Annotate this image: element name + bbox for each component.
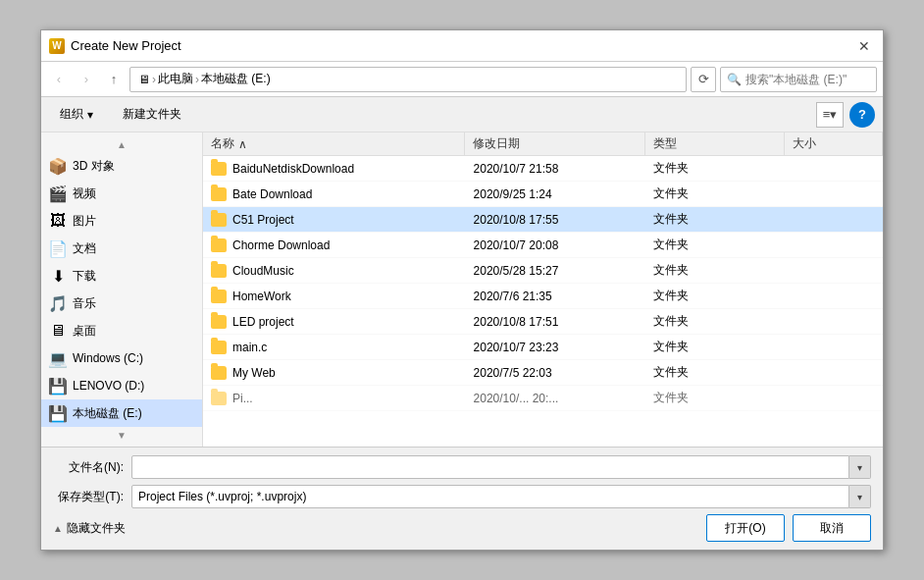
table-row[interactable]: main.c 2020/10/7 23:23 文件夹: [203, 335, 883, 360]
sidebar-item-downloads[interactable]: ⬇ 下载: [41, 262, 202, 290]
sidebar-scroll-down[interactable]: ▼: [41, 427, 202, 443]
sidebar-label-video: 视频: [73, 185, 96, 202]
table-row[interactable]: LED project 2020/10/8 17:51 文件夹: [203, 309, 883, 335]
view-arrow-icon: ▾: [830, 107, 837, 122]
close-button[interactable]: ✕: [853, 35, 875, 57]
col-header-date[interactable]: 修改日期: [465, 132, 645, 155]
table-row[interactable]: Chorme Download 2020/10/7 20:08 文件夹: [203, 233, 883, 258]
folder-icon: [211, 341, 227, 354]
c-drive-icon: 💻: [49, 349, 67, 367]
table-row[interactable]: Pi... 2020/10/... 20:... 文件夹: [203, 386, 883, 411]
sidebar-label-3d: 3D 对象: [73, 158, 115, 175]
footer: 文件名(N): ▾ 保存类型(T): Project Files (*.uvpr…: [41, 448, 883, 550]
triangle-icon: ▲: [53, 523, 63, 534]
sidebar-item-d-drive[interactable]: 💾 LENOVO (D:): [41, 372, 202, 399]
address-pc-icon: 🖥: [138, 73, 150, 86]
sidebar-label-documents: 文档: [73, 240, 96, 257]
hide-folder-toggle[interactable]: ▲ 隐藏文件夹: [53, 520, 126, 537]
sort-arrow-icon: ∧: [238, 137, 247, 151]
sidebar-label-music: 音乐: [73, 295, 96, 312]
open-button[interactable]: 打开(O): [706, 514, 785, 542]
button-row: ▲ 隐藏文件夹 打开(O) 取消: [53, 514, 871, 542]
address-bar: ‹ › ↑ 🖥 › 此电脑 › 本地磁盘 (E:) ⟳ 🔍: [41, 62, 883, 97]
file-type: 文件夹: [645, 390, 785, 406]
file-date: 2020/7/6 21:35: [466, 290, 646, 303]
table-row[interactable]: My Web 2020/7/5 22:03 文件夹: [203, 360, 883, 386]
up-button[interactable]: ↑: [102, 68, 126, 91]
sidebar-item-desktop[interactable]: 🖥 桌面: [41, 317, 202, 344]
table-row[interactable]: Bate Download 2020/9/25 1:24 文件夹: [203, 182, 883, 207]
sidebar-label-e: 本地磁盘 (E:): [73, 405, 142, 422]
new-folder-button[interactable]: 新建文件夹: [112, 102, 192, 128]
sidebar-item-video[interactable]: 🎬 视频: [41, 180, 202, 207]
col-header-type[interactable]: 类型: [645, 132, 785, 155]
file-date: 2020/5/28 15:27: [466, 264, 646, 278]
sidebar-label-c: Windows (C:): [73, 351, 143, 365]
title-bar: W Create New Project ✕: [41, 30, 883, 62]
file-date: 2020/7/5 22:03: [466, 366, 646, 380]
folder-icon: [211, 315, 227, 329]
file-type: 文件夹: [645, 185, 785, 202]
e-drive-icon: 💾: [49, 404, 67, 422]
search-icon: 🔍: [727, 73, 742, 86]
d-drive-icon: 💾: [49, 377, 67, 395]
sidebar-item-3d[interactable]: 📦 3D 对象: [41, 152, 202, 180]
main-content: ▲ 📦 3D 对象 🎬 视频 🖼 图片 📄 文档 ⬇ 下载 �: [41, 132, 883, 448]
action-buttons: 打开(O) 取消: [706, 514, 871, 542]
3d-icon: 📦: [49, 157, 67, 175]
toolbar: 组织 ▾ 新建文件夹 ≡ ▾ ?: [41, 97, 883, 132]
music-icon: 🎵: [49, 294, 67, 312]
table-row[interactable]: BaiduNetdiskDownload 2020/10/7 21:58 文件夹: [203, 156, 883, 182]
filetype-dropdown-button[interactable]: ▾: [849, 485, 871, 508]
refresh-button[interactable]: ⟳: [691, 67, 716, 92]
address-part-1: 此电脑: [158, 71, 193, 87]
documents-icon: 📄: [49, 239, 67, 257]
filename-input[interactable]: [131, 455, 849, 479]
file-type: 文件夹: [645, 313, 785, 330]
col-header-name[interactable]: 名称 ∧: [203, 132, 465, 155]
file-name: My Web: [232, 366, 276, 380]
cancel-button[interactable]: 取消: [793, 514, 871, 542]
file-list-header: 名称 ∧ 修改日期 类型 大小: [203, 132, 883, 156]
address-path[interactable]: 🖥 › 此电脑 › 本地磁盘 (E:): [129, 67, 687, 92]
file-date: 2020/10/7 23:23: [466, 341, 646, 354]
file-date: 2020/9/25 1:24: [466, 187, 646, 201]
col-header-size[interactable]: 大小: [785, 132, 883, 155]
search-box: 🔍: [720, 67, 877, 92]
filetype-row: 保存类型(T): Project Files (*.uvproj; *.uvpr…: [53, 485, 871, 508]
file-type: 文件夹: [645, 160, 785, 177]
file-date: 2020/10/7 21:58: [466, 162, 646, 176]
file-type: 文件夹: [645, 211, 785, 228]
sidebar-item-music[interactable]: 🎵 音乐: [41, 290, 202, 317]
video-icon: 🎬: [49, 185, 67, 202]
hide-folder-label: 隐藏文件夹: [67, 520, 126, 537]
forward-button[interactable]: ›: [75, 68, 98, 91]
sidebar-item-pictures[interactable]: 🖼 图片: [41, 207, 202, 235]
address-sep-2: ›: [195, 73, 199, 86]
table-row[interactable]: HomeWork 2020/7/6 21:35 文件夹: [203, 284, 883, 309]
folder-icon: [211, 290, 227, 303]
sidebar-label-desktop: 桌面: [73, 323, 96, 340]
file-name: Bate Download: [232, 187, 312, 201]
file-type: 文件夹: [645, 364, 785, 381]
view-button[interactable]: ≡ ▾: [816, 102, 844, 128]
dialog-title: Create New Project: [71, 38, 853, 53]
filename-dropdown-button[interactable]: ▾: [849, 455, 871, 479]
sidebar-item-documents[interactable]: 📄 文档: [41, 235, 202, 262]
folder-icon: [211, 238, 227, 252]
table-row[interactable]: C51 Project 2020/10/8 17:55 文件夹: [203, 207, 883, 233]
sidebar-item-c-drive[interactable]: 💻 Windows (C:): [41, 344, 202, 372]
table-row[interactable]: CloudMusic 2020/5/28 15:27 文件夹: [203, 258, 883, 284]
pictures-icon: 🖼: [49, 212, 67, 230]
filetype-select-text[interactable]: Project Files (*.uvproj; *.uvprojx): [131, 485, 849, 508]
sidebar-item-e-drive[interactable]: 💾 本地磁盘 (E:): [41, 399, 202, 427]
help-button[interactable]: ?: [849, 102, 875, 128]
sidebar-label-pictures: 图片: [73, 213, 96, 230]
sidebar-scroll-up[interactable]: ▲: [41, 136, 202, 152]
back-button[interactable]: ‹: [47, 68, 71, 91]
folder-icon: [211, 187, 227, 201]
organize-button[interactable]: 组织 ▾: [49, 102, 104, 128]
filename-row: 文件名(N): ▾: [53, 455, 871, 479]
search-input[interactable]: [745, 73, 870, 86]
file-name: Chorme Download: [232, 238, 330, 252]
